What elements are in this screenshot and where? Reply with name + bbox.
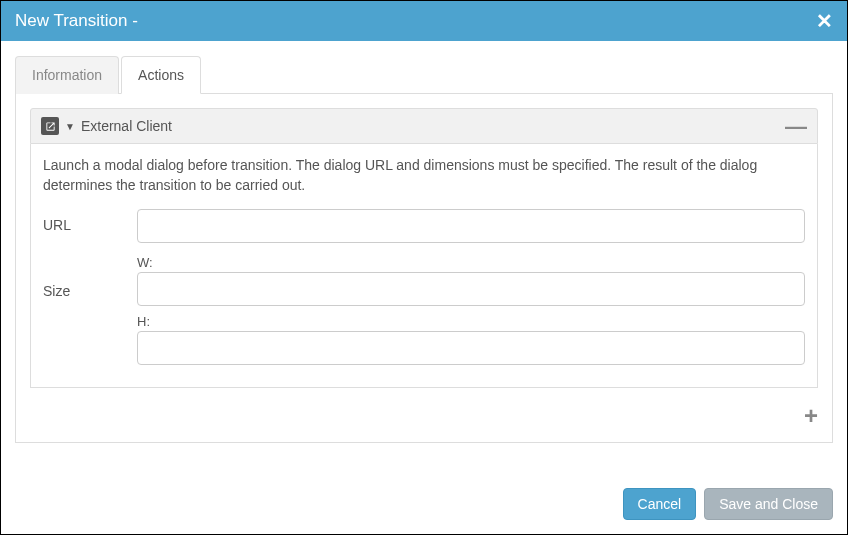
panel-body: Launch a modal dialog before transition.… xyxy=(30,144,818,388)
height-sub-label: H: xyxy=(137,314,805,329)
cancel-button[interactable]: Cancel xyxy=(623,488,697,520)
url-row: URL xyxy=(43,209,805,243)
tab-content-actions: ▼ External Client — Launch a modal dialo… xyxy=(15,94,833,443)
panel-header-left: ▼ External Client xyxy=(41,117,172,135)
dialog-body: Information Actions ▼ External Client — … xyxy=(1,41,847,457)
save-and-close-button[interactable]: Save and Close xyxy=(704,488,833,520)
tab-actions[interactable]: Actions xyxy=(121,56,201,94)
tab-bar: Information Actions xyxy=(15,55,833,94)
panel-header: ▼ External Client — xyxy=(30,108,818,144)
url-input[interactable] xyxy=(137,209,805,243)
add-row: + xyxy=(30,404,818,428)
tab-label: Actions xyxy=(138,67,184,83)
save-button-label: Save and Close xyxy=(719,496,818,512)
close-icon[interactable]: ✕ xyxy=(816,11,833,31)
panel-description: Launch a modal dialog before transition.… xyxy=(43,156,805,195)
panel-title: External Client xyxy=(81,118,172,134)
dialog-title: New Transition - xyxy=(15,11,138,31)
cancel-button-label: Cancel xyxy=(638,496,682,512)
external-link-icon xyxy=(41,117,59,135)
height-input[interactable] xyxy=(137,331,805,365)
size-row: Size W: H: xyxy=(43,253,805,365)
url-label: URL xyxy=(43,209,137,233)
add-icon[interactable]: + xyxy=(804,404,818,428)
tab-information[interactable]: Information xyxy=(15,56,119,94)
size-label: Size xyxy=(43,253,137,299)
tab-label: Information xyxy=(32,67,102,83)
collapse-icon[interactable]: — xyxy=(785,121,807,132)
width-sub-label: W: xyxy=(137,255,805,270)
dialog-footer: Cancel Save and Close xyxy=(623,488,833,520)
dialog-header: New Transition - ✕ xyxy=(1,1,847,41)
dropdown-caret-icon[interactable]: ▼ xyxy=(65,121,75,132)
width-input[interactable] xyxy=(137,272,805,306)
